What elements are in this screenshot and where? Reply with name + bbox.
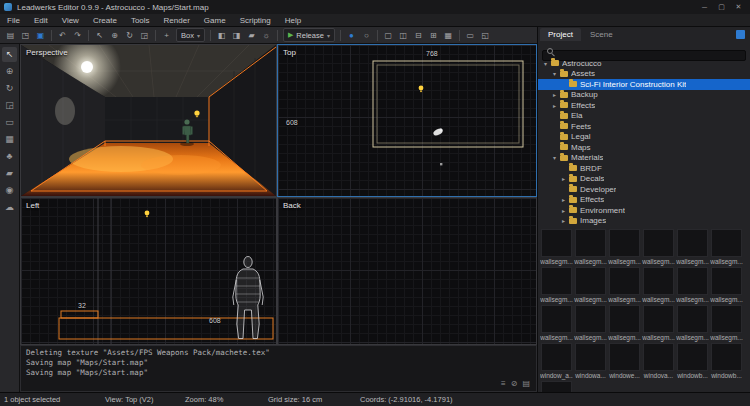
asset-thumbnail[interactable]: wallsegm... [540,305,573,342]
csg-subtract-button[interactable]: ◨ [230,29,243,42]
chevron-right-icon[interactable]: ▸ [560,196,567,203]
render-mode-button[interactable]: ● [345,29,358,42]
tree-item-developer[interactable]: Developer [538,184,750,195]
tree-item-backup[interactable]: ▸Backup [538,90,750,101]
rotate-mode-button[interactable]: ↻ [123,29,136,42]
asset-thumbnail[interactable]: wallsegm... [608,229,641,266]
options-button[interactable]: ☼ [260,29,273,42]
chevron-right-icon[interactable]: ▸ [551,91,558,98]
viewport-top[interactable]: Top 768 608 [277,44,537,197]
search-input[interactable] [542,50,746,61]
vegetation-tool-button[interactable]: ♣ [2,149,17,164]
wireframe-mode-button[interactable]: ○ [360,29,373,42]
chevron-right-icon[interactable]: ▸ [551,102,558,109]
select-mode-button[interactable]: ↖ [93,29,106,42]
close-button[interactable]: ✕ [731,2,746,13]
viewport-left[interactable]: Left 608 32 [20,197,277,345]
asset-thumbnail[interactable]: wallsegm... [710,305,743,342]
add-object-button[interactable]: + [160,29,173,42]
open-button[interactable]: ◳ [19,29,32,42]
save-button[interactable]: ▣ [34,29,47,42]
viewport-label[interactable]: Top [283,48,296,57]
viewport-label[interactable]: Left [26,201,39,210]
tab-project[interactable]: Project [540,28,581,41]
select-tool-button[interactable]: ↖ [2,47,17,62]
viewport-back[interactable]: Back [277,197,537,345]
menu-render[interactable]: Render [157,14,197,26]
tree-item-materials[interactable]: ▾Materials [538,153,750,164]
run-game-dropdown[interactable]: ▶Release▾ [283,28,335,42]
viewport-label[interactable]: Back [283,201,301,210]
tree-item-effects[interactable]: ▸Effects [538,195,750,206]
probe-tool-button[interactable]: ◉ [2,183,17,198]
shape-tool-button[interactable]: ▭ [2,115,17,130]
menu-help[interactable]: Help [278,14,308,26]
clear-log-button[interactable]: ⊘ [511,379,518,388]
asset-thumbnail[interactable]: wallsegm... [574,229,607,266]
asset-thumbnail[interactable]: wallsegm... [710,267,743,304]
new-scene-button[interactable]: ▤ [4,29,17,42]
tree-item-assets[interactable]: ▾Assets [538,69,750,80]
tree-item-legal[interactable]: Legal [538,132,750,143]
translate-mode-button[interactable]: ⊕ [108,29,121,42]
menu-scripting[interactable]: Scripting [233,14,278,26]
scale-tool-button[interactable]: ◲ [2,98,17,113]
menu-edit[interactable]: Edit [27,14,55,26]
viewport-perspective[interactable]: Perspective [20,44,277,197]
asset-thumbnail[interactable]: window_a... [540,343,573,380]
asset-thumbnail[interactable]: wallsegm... [642,229,675,266]
fullscreen-button[interactable]: ◱ [479,29,492,42]
layout-quad-button[interactable]: ⊞ [427,29,440,42]
environment-tool-button[interactable]: ☁ [2,200,17,215]
asset-thumbnail[interactable]: wallsegm... [540,229,573,266]
tree-item-ela[interactable]: Ela [538,111,750,122]
chevron-right-icon[interactable]: ▸ [560,217,567,224]
csg-add-button[interactable]: ◧ [215,29,228,42]
asset-thumbnail[interactable]: wallsegm... [608,267,641,304]
asset-thumbnail[interactable]: windowe... [608,343,641,380]
asset-thumbnail[interactable]: wallsegm... [676,305,709,342]
asset-thumbnail[interactable]: windowb... [676,343,709,380]
chevron-down-icon[interactable]: ▾ [551,70,558,77]
asset-thumbnail[interactable]: wallsegm... [710,229,743,266]
asset-thumbnail[interactable]: wallsegm... [676,267,709,304]
terrain-tool-button[interactable]: ▦ [2,132,17,147]
asset-thumbnail[interactable]: wallsegm... [608,305,641,342]
redo-button[interactable]: ↷ [71,29,84,42]
tree-item-effects[interactable]: ▸Effects [538,100,750,111]
tree-item-brdf[interactable]: BRDF [538,163,750,174]
asset-thumbnail[interactable]: windova... [642,343,675,380]
asset-thumbnail[interactable]: wallsegm... [642,267,675,304]
undo-button[interactable]: ↶ [56,29,69,42]
panel-menu-button[interactable] [736,30,745,39]
tree-item-feets[interactable]: Feets [538,121,750,132]
log-list-button[interactable]: ≡ [501,379,506,388]
menu-file[interactable]: File [0,14,27,26]
layout-split-vertical-button[interactable]: ◫ [397,29,410,42]
tree-item-sci-fi-interior-construction-kit[interactable]: Sci-Fi Interior Construction Kit [538,79,750,90]
asset-thumbnail[interactable]: windowb_... [540,381,573,392]
chevron-down-icon[interactable]: ▾ [551,154,558,161]
asset-thumbnail[interactable]: wallsegm... [642,305,675,342]
tab-scene[interactable]: Scene [582,28,621,41]
asset-thumbnail[interactable]: wallsegm... [574,267,607,304]
viewport-label[interactable]: Perspective [26,48,68,57]
layout-single-button[interactable]: ▢ [382,29,395,42]
minimize-button[interactable]: ─ [697,2,712,13]
menu-tools[interactable]: Tools [124,14,157,26]
rotate-tool-button[interactable]: ↻ [2,81,17,96]
chevron-right-icon[interactable]: ▸ [560,207,567,214]
tree-item-maps[interactable]: Maps [538,142,750,153]
tree-item-decals[interactable]: ▸Decals [538,174,750,185]
toggle-console-button[interactable]: ▭ [464,29,477,42]
menu-game[interactable]: Game [197,14,233,26]
asset-thumbnail[interactable]: wallsegm... [540,267,573,304]
paint-tool-button[interactable]: ▰ [2,166,17,181]
layout-split-horizontal-button[interactable]: ⊟ [412,29,425,42]
layout-grid-button[interactable]: ▦ [442,29,455,42]
asset-thumbnail[interactable]: wallsegm... [676,229,709,266]
material-paint-button[interactable]: ▰ [245,29,258,42]
console-panel[interactable]: Deleting texture "Assets/FPS Weapons Pac… [20,345,537,392]
chevron-right-icon[interactable]: ▸ [560,175,567,182]
tree-item-environment[interactable]: ▸Environment [538,205,750,216]
